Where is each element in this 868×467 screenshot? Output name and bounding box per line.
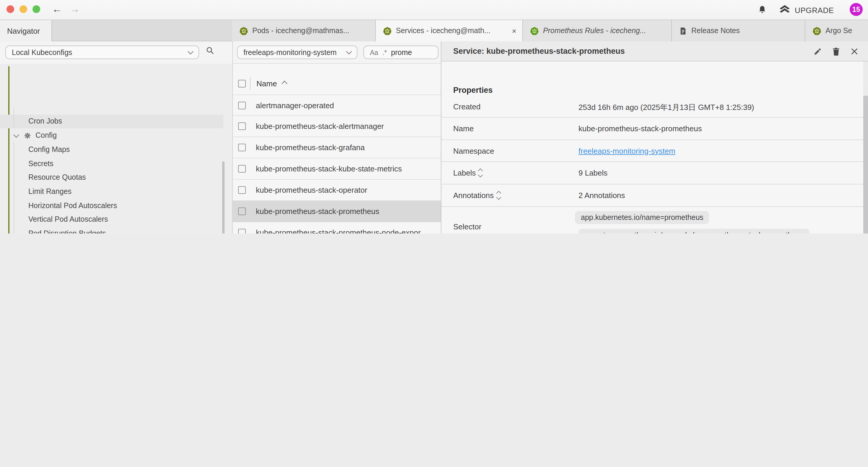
detail-value: 253d 16h 6m ago (2025年1月13日 GMT+8 1:25:3… (579, 102, 754, 113)
sidebar-item-secrets[interactable]: Secrets (0, 156, 223, 170)
sidebar-item-config[interactable]: Config (0, 128, 223, 143)
edit-pencil-icon[interactable] (814, 47, 822, 58)
drawer-scrollbar[interactable] (863, 96, 868, 233)
detail-label: Annotations (453, 191, 500, 200)
sidebar-item-label: Limit Ranges (28, 187, 71, 196)
tab-label: Prometheus Rules - icecheng... (543, 27, 646, 35)
detail-row-labels: Labels9 Labels (441, 162, 863, 184)
tree-indent-guide (13, 143, 14, 233)
tab-label: Services - icecheng@math... (396, 27, 490, 35)
forward-button[interactable]: → (70, 4, 80, 16)
column-divider (250, 77, 251, 90)
name-column-header[interactable]: Name (256, 79, 277, 88)
detail-label: Selector (453, 222, 481, 231)
detail-row-selector: Selectorapp.kubernetes.io/name=prometheu… (441, 207, 863, 233)
namespace-selector-value: freeleaps-monitoring-system (243, 48, 337, 56)
table-row[interactable]: kube-prometheus-stack-prometheus-node-ex… (233, 222, 441, 233)
row-checkbox[interactable] (238, 144, 246, 151)
sidebar-item-label: Resource Quotas (28, 173, 86, 181)
close-window-button[interactable] (6, 5, 14, 13)
close-tab-icon[interactable]: × (508, 26, 517, 35)
sidebar-item-label: Config Maps (28, 145, 70, 154)
resource-name: kube-prometheus-stack-operator (256, 185, 367, 195)
tab-label: Release Notes (691, 27, 740, 35)
sidebar-search-icon[interactable] (206, 46, 215, 57)
row-checkbox[interactable] (238, 229, 246, 233)
titlebar: ← → UPGRADE 15 (0, 0, 868, 20)
resource-name: alertmanager-operated (256, 101, 334, 110)
sidebar-item-cron-jobs[interactable]: Cron Jobs (0, 114, 223, 128)
namespace-link[interactable]: freeleaps-monitoring-system (579, 146, 675, 155)
row-checkbox[interactable] (238, 207, 246, 215)
table-row[interactable]: kube-prometheus-stack-alertmanager (233, 116, 441, 137)
expand-sort-icon[interactable] (479, 169, 483, 177)
sidebar-item-vertical-pod-autoscalers[interactable]: Vertical Pod Autoscalers (0, 212, 223, 226)
upgrade-label: UPGRADE (795, 6, 834, 14)
table-row[interactable]: kube-prometheus-stack-grafana (233, 137, 441, 158)
tab-release-notes[interactable]: Release Notes (672, 20, 805, 41)
maximize-window-button[interactable] (32, 5, 40, 13)
sidebar-item-limit-ranges[interactable]: Limit Ranges (0, 184, 223, 198)
detail-label-text: Created (453, 102, 481, 111)
back-button[interactable]: ← (52, 4, 62, 16)
kubernetes-icon (812, 26, 821, 35)
resource-name: kube-prometheus-stack-prometheus-node-ex… (256, 228, 421, 233)
sidebar-item-label: Horizontal Pod Autoscalers (28, 201, 117, 209)
row-checkbox[interactable] (238, 122, 246, 130)
namespace-selector[interactable]: freeleaps-monitoring-system (237, 46, 358, 59)
regex-toggle[interactable]: .* (382, 49, 387, 56)
tab-strip: Navigator Pods - icecheng@mathmas...Serv… (0, 20, 868, 41)
kubeconfig-selector-value: Local Kubeconfigs (12, 48, 72, 56)
table-row[interactable]: alertmanager-operated (233, 95, 441, 116)
sidebar-item-pod-disruption-budgets[interactable]: Pod Disruption Budgets (0, 226, 223, 233)
upgrade-button[interactable]: UPGRADE (779, 0, 834, 20)
tab-label: Pods - icecheng@mathmas... (252, 27, 349, 35)
tab-label: Argo Se (826, 27, 852, 35)
sort-ascending-icon (281, 80, 287, 86)
drawer-header: Service: kube-prometheus-stack-prometheu… (441, 41, 868, 61)
minimize-window-button[interactable] (20, 5, 27, 13)
detail-label: Created (453, 102, 481, 111)
detail-label-text: Namespace (453, 146, 494, 155)
match-case-toggle[interactable]: Aa (370, 49, 378, 56)
resource-name: kube-prometheus-stack-grafana (256, 143, 365, 152)
detail-row-namespace: Namespacefreeleaps-monitoring-system (441, 140, 863, 162)
row-checkbox[interactable] (238, 186, 246, 194)
detail-value: kube-prometheus-stack-prometheus (579, 124, 702, 133)
sidebar-item-resource-quotas[interactable]: Resource Quotas (0, 171, 223, 184)
detail-label-text: Annotations (453, 191, 494, 200)
drawer-title: Service: kube-prometheus-stack-prometheu… (453, 47, 625, 56)
table-row[interactable]: kube-prometheus-stack-prometheus (233, 201, 441, 222)
sidebar-header: Local Kubeconfigs (0, 41, 232, 64)
close-icon[interactable] (850, 47, 859, 58)
tab-prometheus-rules-icecheng[interactable]: Prometheus Rules - icecheng... (523, 20, 672, 41)
detail-label-text: Selector (453, 222, 481, 231)
tab-services-icecheng-math[interactable]: Services - icecheng@math...× (376, 20, 523, 42)
kubeconfig-selector[interactable]: Local Kubeconfigs (5, 46, 199, 59)
tab-pods-icecheng-mathmas[interactable]: Pods - icecheng@mathmas... (232, 20, 376, 41)
sidebar-navigator: Local Kubeconfigs Cron JobsConfigConfig … (0, 41, 232, 233)
sidebar-scrollbar[interactable] (222, 162, 224, 233)
notifications-bell-icon[interactable] (757, 5, 767, 17)
chevron-down-icon (346, 49, 352, 54)
sidebar-item-horizontal-pod-autoscalers[interactable]: Horizontal Pod Autoscalers (0, 199, 223, 212)
tab-navigator[interactable]: Navigator (0, 20, 52, 41)
table-row[interactable]: kube-prometheus-stack-kube-state-metrics (233, 158, 441, 180)
chevron-down-icon[interactable] (13, 132, 19, 138)
row-checkbox[interactable] (238, 101, 246, 109)
row-checkbox[interactable] (238, 165, 246, 173)
filter-search-input[interactable]: Aa .* prome (363, 46, 438, 59)
upgrade-chevrons-icon (779, 4, 790, 16)
sidebar-item-config-maps[interactable]: Config Maps (0, 143, 223, 156)
tab-argo-se[interactable]: Argo Se (805, 20, 868, 41)
sidebar-item-label: Cron Jobs (28, 117, 62, 126)
detail-label-text: Labels (453, 169, 476, 177)
select-all-checkbox[interactable] (238, 80, 246, 87)
app-window: ← → UPGRADE 15 Navigator Pods - icecheng… (0, 0, 868, 233)
table-row[interactable]: kube-prometheus-stack-operator (233, 180, 441, 201)
gear-icon (23, 131, 32, 140)
delete-trash-icon[interactable] (832, 47, 840, 59)
expand-sort-icon[interactable] (497, 192, 500, 199)
notification-count-badge[interactable]: 15 (850, 3, 863, 16)
resource-list-panel: freeleaps-monitoring-system Aa .* prome … (232, 41, 441, 233)
